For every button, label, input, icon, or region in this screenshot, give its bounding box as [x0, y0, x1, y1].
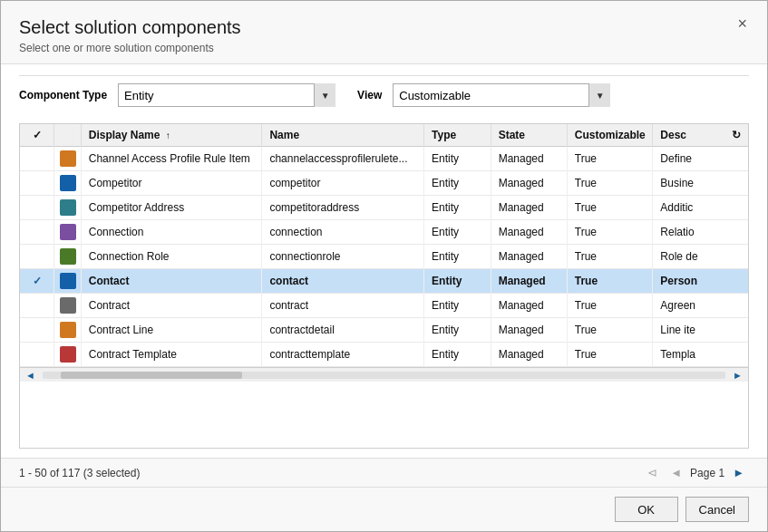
component-type-wrapper: Entity ▼ [118, 83, 335, 107]
row-customizable: True [567, 318, 653, 343]
dialog-body: Component Type Entity ▼ View Customizabl… [1, 64, 767, 458]
sort-asc-icon: ↑ [166, 131, 170, 140]
row-description: Define [653, 147, 748, 171]
col-header-customizable[interactable]: Customizable [567, 124, 653, 147]
row-name: contractdetail [262, 318, 424, 343]
row-check[interactable] [20, 196, 54, 220]
row-customizable: True [567, 343, 653, 367]
table-row[interactable]: ContractcontractEntityManagedTrueAgreen [20, 294, 748, 318]
row-display-name: Contract [81, 294, 262, 318]
row-name: competitoraddress [262, 196, 424, 220]
table-row[interactable]: Competitor AddresscompetitoraddressEntit… [20, 196, 748, 220]
ok-button[interactable]: OK [615, 497, 678, 522]
row-display-name: Connection [81, 220, 262, 245]
col-header-type[interactable]: Type [424, 124, 491, 147]
entity-icon [60, 322, 76, 338]
table-header-row: ✓ Display Name ↑ Name Type State Customi… [20, 124, 748, 147]
row-state: Managed [491, 269, 567, 294]
row-display-name: Channel Access Profile Rule Item [81, 147, 262, 171]
select-solution-components-dialog: Select solution components Select one or… [0, 0, 768, 532]
row-entity-icon [54, 269, 81, 294]
row-state: Managed [491, 245, 567, 269]
view-wrapper: Customizable ▼ [393, 83, 610, 107]
entity-table: ✓ Display Name ↑ Name Type State Customi… [20, 124, 748, 367]
row-name: contact [262, 269, 424, 294]
pagination-next-button[interactable]: ► [728, 464, 749, 481]
filter-row: Component Type Entity ▼ View Customizabl… [19, 75, 749, 114]
hscroll-right-icon[interactable]: ► [729, 370, 746, 381]
pagination-prev-button[interactable]: ◄ [666, 464, 686, 481]
table-row[interactable]: Contract LinecontractdetailEntityManaged… [20, 318, 748, 343]
row-name: contract [262, 294, 424, 318]
row-description: Busine [653, 171, 748, 196]
row-description: Agreen [653, 294, 748, 318]
row-customizable: True [567, 245, 653, 269]
entity-table-scroll[interactable]: ✓ Display Name ↑ Name Type State Customi… [20, 124, 748, 367]
dialog-title: Select solution components [19, 17, 749, 38]
table-row[interactable]: ✓ContactcontactEntityManagedTruePerson [20, 269, 748, 294]
row-check[interactable] [20, 147, 54, 171]
view-select[interactable]: Customizable [393, 83, 610, 107]
row-entity-icon [54, 318, 81, 343]
entity-icon [60, 248, 76, 265]
col-header-desc[interactable]: Desc ↻ [653, 124, 748, 147]
row-check[interactable] [20, 343, 54, 367]
row-state: Managed [491, 294, 567, 318]
refresh-icon[interactable]: ↻ [732, 129, 741, 141]
row-check[interactable] [20, 245, 54, 269]
col-header-display-name[interactable]: Display Name ↑ [81, 124, 262, 147]
horizontal-scrollbar[interactable]: ◄ ► [20, 367, 748, 382]
col-header-state[interactable]: State [491, 124, 567, 147]
entity-icon [60, 297, 76, 314]
row-check[interactable] [20, 171, 54, 196]
row-customizable: True [567, 147, 653, 171]
row-entity-icon [54, 294, 81, 318]
table-row[interactable]: CompetitorcompetitorEntityManagedTrueBus… [20, 171, 748, 196]
table-row[interactable]: ConnectionconnectionEntityManagedTrueRel… [20, 220, 748, 245]
row-description: Additic [653, 196, 748, 220]
hscroll-left-icon[interactable]: ◄ [22, 370, 39, 381]
bottom-bar: 1 - 50 of 117 (3 selected) ⊲ ◄ Page 1 ► [1, 458, 767, 487]
row-check[interactable] [20, 318, 54, 343]
pagination-first-button[interactable]: ⊲ [643, 464, 662, 481]
row-check[interactable]: ✓ [20, 269, 54, 294]
col-header-check[interactable]: ✓ [20, 124, 54, 147]
cancel-button[interactable]: Cancel [685, 497, 749, 522]
row-check[interactable] [20, 294, 54, 318]
row-type: Entity [424, 343, 491, 367]
row-customizable: True [567, 220, 653, 245]
row-type: Entity [424, 171, 491, 196]
hscroll-thumb[interactable] [61, 372, 242, 379]
col-header-name[interactable]: Name [262, 124, 424, 147]
entity-icon [60, 346, 76, 363]
table-row[interactable]: Connection RoleconnectionroleEntityManag… [20, 245, 748, 269]
row-state: Managed [491, 220, 567, 245]
entity-icon [60, 150, 76, 167]
row-display-name: Contact [81, 269, 262, 294]
record-count: 1 - 50 of 117 (3 selected) [19, 467, 643, 479]
row-customizable: True [567, 196, 653, 220]
entity-icon [60, 224, 76, 240]
table-row[interactable]: Contract TemplatecontracttemplateEntityM… [20, 343, 748, 367]
dialog-footer: OK Cancel [1, 487, 767, 531]
component-type-select[interactable]: Entity [118, 83, 335, 107]
pagination-page-label: Page 1 [690, 467, 724, 479]
row-customizable: True [567, 294, 653, 318]
row-display-name: Competitor Address [81, 196, 262, 220]
col-header-icon [54, 124, 81, 147]
row-type: Entity [424, 147, 491, 171]
row-entity-icon [54, 196, 81, 220]
row-entity-icon [54, 147, 81, 171]
row-check[interactable] [20, 220, 54, 245]
hscroll-track[interactable] [43, 372, 725, 379]
close-button[interactable]: × [732, 14, 753, 34]
dialog-subtitle: Select one or more solution components [19, 42, 749, 54]
entity-icon [60, 199, 76, 216]
row-entity-icon [54, 171, 81, 196]
row-customizable: True [567, 171, 653, 196]
row-name: contracttemplate [262, 343, 424, 367]
row-type: Entity [424, 318, 491, 343]
table-row[interactable]: Channel Access Profile Rule Itemchannela… [20, 147, 748, 171]
row-name: channelaccessprofilerulete... [262, 147, 424, 171]
check-mark-icon: ✓ [33, 275, 42, 287]
